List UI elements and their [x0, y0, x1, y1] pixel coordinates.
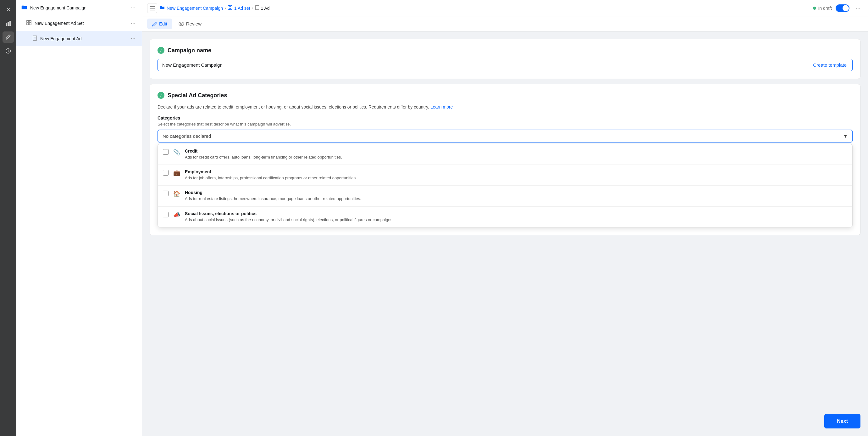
svg-rect-9: [150, 6, 155, 7]
review-tab-label: Review: [186, 21, 202, 26]
campaign-name-input-row: Create template: [157, 59, 852, 71]
svg-rect-4: [27, 21, 29, 22]
main-content: New Engagement Campaign › 1 Ad set › 1 A…: [142, 0, 868, 436]
breadcrumb-campaign[interactable]: New Engagement Campaign: [160, 5, 223, 11]
clock-icon-btn[interactable]: [2, 45, 14, 57]
next-button[interactable]: Next: [824, 414, 861, 429]
dropdown-chevron-icon: ▼: [843, 134, 847, 139]
sidebar-campaign-label: New Engagement Campaign: [30, 5, 126, 10]
special-ad-title-row: ✓ Special Ad Categories: [157, 92, 852, 99]
categories-sub-label: Select the categories that best describe…: [157, 122, 852, 126]
svg-rect-16: [255, 6, 259, 10]
social-issues-checkbox[interactable]: [163, 212, 168, 217]
credit-content: Credit Ads for credit card offers, auto …: [185, 148, 847, 160]
breadcrumb-sep-2: ›: [252, 6, 253, 10]
sidebar-adset-more[interactable]: ···: [129, 19, 137, 28]
credit-icon: 📎: [173, 148, 181, 156]
housing-content: Housing Ads for real estate listings, ho…: [185, 190, 847, 202]
sidebar-item-adset[interactable]: New Engagement Ad Set ···: [17, 16, 142, 31]
more-options-button[interactable]: ···: [853, 3, 863, 12]
sidebar-adset-label: New Engagement Ad Set: [35, 21, 126, 26]
svg-rect-10: [150, 8, 155, 8]
sidebar-campaign-more[interactable]: ···: [129, 3, 137, 12]
sidebar-ad-label: New Engagement Ad: [40, 36, 126, 41]
svg-rect-7: [29, 23, 31, 25]
learn-more-link[interactable]: Learn more: [430, 105, 453, 110]
categories-dropdown-wrapper: No categories declared ▼ 📎 Credit Ads fo…: [157, 129, 852, 227]
campaign-name-input[interactable]: [157, 59, 807, 71]
content-area: ✓ Campaign name Create template ✓ Specia…: [142, 31, 868, 436]
breadcrumb-adset[interactable]: 1 Ad set: [228, 5, 250, 11]
nav-right: In draft ···: [813, 3, 863, 12]
employment-checkbox[interactable]: [163, 170, 168, 176]
campaign-folder-icon: [21, 5, 27, 11]
dropdown-option-housing[interactable]: 🏠 Housing Ads for real estate listings, …: [158, 185, 852, 206]
breadcrumb-adset-icon: [228, 5, 232, 11]
edit-tab-label: Edit: [159, 21, 167, 26]
social-issues-title: Social Issues, elections or politics: [185, 211, 847, 216]
dropdown-option-credit[interactable]: 📎 Credit Ads for credit card offers, aut…: [158, 144, 852, 165]
housing-icon: 🏠: [173, 190, 181, 198]
draft-status: In draft: [813, 6, 832, 11]
svg-rect-1: [7, 22, 9, 26]
status-dot: [813, 7, 816, 10]
svg-rect-2: [9, 21, 11, 26]
credit-desc: Ads for credit card offers, auto loans, …: [185, 154, 847, 160]
breadcrumb-ad: 1 Ad: [255, 5, 270, 11]
social-issues-icon: 📣: [173, 211, 181, 219]
categories-dropdown-value: No categories declared: [162, 134, 211, 139]
sidebar-ad-more[interactable]: ···: [129, 34, 137, 43]
sidebar-item-campaign[interactable]: New Engagement Campaign ···: [17, 0, 142, 16]
svg-rect-15: [231, 8, 232, 10]
dropdown-option-social-issues[interactable]: 📣 Social Issues, elections or politics A…: [158, 207, 852, 227]
breadcrumb: New Engagement Campaign › 1 Ad set › 1 A…: [160, 5, 810, 11]
chart-icon-btn[interactable]: [2, 18, 14, 29]
categories-dropdown-menu: 📎 Credit Ads for credit card offers, aut…: [157, 144, 852, 227]
svg-rect-6: [27, 23, 29, 25]
svg-point-17: [179, 22, 184, 26]
housing-title: Housing: [185, 190, 847, 195]
breadcrumb-campaign-icon: [160, 5, 165, 11]
top-nav: New Engagement Campaign › 1 Ad set › 1 A…: [142, 0, 868, 17]
dropdown-option-employment[interactable]: 💼 Employment Ads for job offers, interns…: [158, 165, 852, 185]
breadcrumb-adset-label: 1 Ad set: [234, 6, 250, 11]
review-tab-button[interactable]: Review: [174, 19, 207, 29]
credit-title: Credit: [185, 148, 847, 153]
create-template-button[interactable]: Create template: [807, 59, 852, 71]
categories-dropdown-button[interactable]: No categories declared ▼: [157, 129, 852, 143]
breadcrumb-sep-1: ›: [225, 6, 226, 10]
employment-content: Employment Ads for job offers, internshi…: [185, 169, 847, 181]
icon-bar: ✕: [0, 0, 17, 436]
campaign-name-title-row: ✓ Campaign name: [157, 47, 852, 54]
ad-page-icon: [33, 35, 37, 42]
employment-desc: Ads for job offers, internships, profess…: [185, 175, 847, 181]
employment-title: Employment: [185, 169, 847, 174]
credit-checkbox[interactable]: [163, 149, 168, 155]
housing-desc: Ads for real estate listings, homeowners…: [185, 196, 847, 202]
sidebar-item-ad[interactable]: New Engagement Ad ···: [17, 31, 142, 46]
housing-checkbox[interactable]: [163, 191, 168, 196]
campaign-name-check-icon: ✓: [157, 47, 164, 54]
toggle-sidebar-button[interactable]: [147, 3, 157, 13]
svg-rect-13: [231, 6, 232, 7]
svg-rect-5: [29, 21, 31, 22]
categories-description: Declare if your ads are related to credi…: [157, 104, 852, 110]
adset-grid-icon: [26, 20, 31, 26]
special-ad-check-icon: ✓: [157, 92, 164, 99]
status-label: In draft: [818, 6, 832, 11]
campaign-name-card: ✓ Campaign name Create template: [150, 39, 861, 79]
pencil-icon-btn[interactable]: [2, 31, 14, 43]
svg-point-18: [181, 23, 182, 25]
draft-toggle[interactable]: [836, 4, 849, 12]
social-issues-content: Social Issues, elections or politics Ads…: [185, 211, 847, 223]
svg-rect-14: [228, 8, 230, 10]
special-ad-title: Special Ad Categories: [167, 92, 227, 99]
sidebar: New Engagement Campaign ··· New Engageme…: [17, 0, 142, 436]
employment-icon: 💼: [173, 169, 181, 177]
svg-rect-11: [150, 10, 155, 10]
edit-tab-button[interactable]: Edit: [147, 19, 172, 29]
special-ad-categories-card: ✓ Special Ad Categories Declare if your …: [150, 84, 861, 235]
breadcrumb-ad-icon: [255, 5, 259, 11]
close-icon-btn[interactable]: ✕: [2, 4, 14, 15]
social-issues-desc: Ads about social issues (such as the eco…: [185, 217, 847, 223]
